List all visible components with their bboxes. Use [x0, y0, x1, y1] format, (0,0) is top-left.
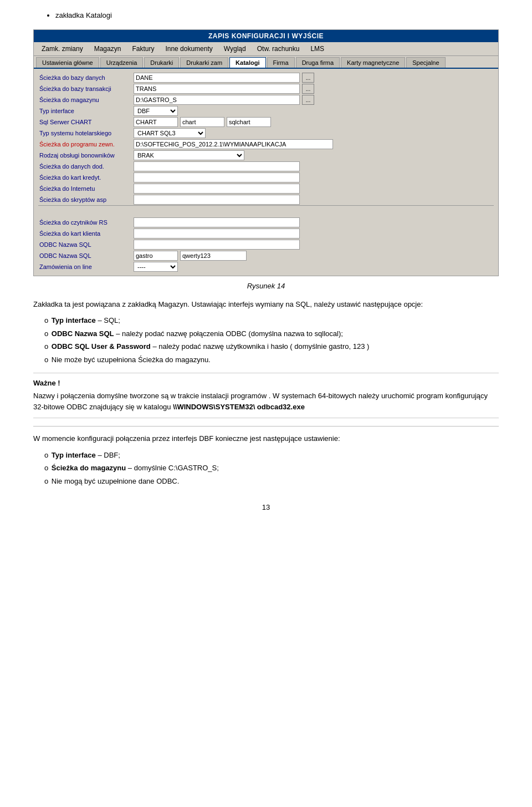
item-prefix-1: Typ interface	[52, 316, 96, 324]
tab-katalogi[interactable]: Katalogi	[229, 57, 265, 68]
tab-urzadzenia[interactable]: Urządzenia	[100, 57, 144, 68]
input-sciezka-danych[interactable]	[134, 161, 300, 171]
screenshot: ZAPIS KONFIGURACJI I WYJŚCIE Zamk. zmian…	[33, 29, 499, 276]
table-row: Ścieżka do danych dod.	[38, 161, 494, 172]
input-sciezka-skryptow[interactable]	[134, 195, 300, 205]
input-chart2[interactable]	[180, 117, 224, 127]
tab-ustawienia-glowne[interactable]: Ustawienia główne	[36, 57, 99, 68]
input-chart1[interactable]	[134, 117, 178, 127]
input-sciezka-bazy[interactable]	[134, 73, 300, 83]
label-sciezka-kart-klienta: Ścieżka do kart klienta	[38, 228, 132, 239]
input-odbc-user[interactable]	[134, 251, 178, 261]
table-row: Ścieżka do bazy transakcji ...	[38, 83, 494, 94]
btn-sciezka-bazy[interactable]: ...	[302, 73, 314, 83]
select-rodzaj-obslugi[interactable]: BRAK	[134, 150, 244, 160]
input-sciezka-czytnikow[interactable]	[134, 217, 300, 227]
label-sciezka-danych: Ścieżka do danych dod.	[38, 161, 132, 172]
input-sciezka-kart[interactable]	[134, 172, 300, 182]
input-cell-typ-systemu: CHART SQL3	[132, 128, 494, 139]
label-sql-serwer-chart: Sql Serwer CHART	[38, 116, 132, 128]
label-sciezka-internetu: Ścieżka do Internetu	[38, 183, 132, 194]
input-cell-zamowienia: ----	[132, 261, 494, 272]
table-row: Ścieżka do programu zewn.	[38, 139, 494, 150]
bullet-item: zakładka Katalogi	[55, 11, 499, 19]
tab-bar: Ustawienia główne Urządzenia Drukarki Dr…	[34, 56, 498, 69]
label-sciezka-transakcji: Ścieżka do bazy transakcji	[38, 83, 132, 94]
table-row: Ścieżka do czytników RS	[38, 217, 494, 228]
input-cell-sciezka-kart	[132, 172, 494, 183]
tab-drukarki-zam[interactable]: Drukarki zam	[180, 57, 228, 68]
menu-bar: Zamk. zmiany Magazyn Faktury Inne dokume…	[34, 42, 498, 56]
sql-settings-list: Typ interface – SQL; ODBC Nazwa SQL – na…	[33, 315, 499, 365]
important-text1: Nazwy i połączenia domyślne tworzone są …	[33, 392, 270, 400]
tab-karty-magnetyczne[interactable]: Karty magnetyczne	[341, 57, 405, 68]
input-cell-odbc-sql2	[132, 250, 494, 261]
label-sciezka-magazynu: Ścieżka do magazynu	[38, 94, 132, 105]
label-rodzaj-obslugi: Rodzaj obsługi bonowników	[38, 150, 132, 161]
figure-caption: Rysunek 14	[33, 282, 499, 290]
dbf-settings-list: Typ interface – DBF; Ścieżka do magazynu…	[33, 450, 499, 487]
table-row: ODBC Nazwa SQL	[38, 250, 494, 261]
table-row: Ścieżka do Internetu	[38, 183, 494, 194]
menu-zamk-zmiany[interactable]: Zamk. zmiany	[36, 43, 89, 54]
btn-sciezka-magazynu[interactable]: ...	[302, 95, 314, 105]
input-cell-sciezka-skryptow	[132, 194, 494, 206]
table-row: ODBC Nazwa SQL	[38, 239, 494, 250]
input-sciezka-kart-klienta[interactable]	[134, 229, 300, 238]
input-sciezka-transakcji[interactable]	[134, 84, 300, 94]
label-zamowienia-online: Zamówienia on line	[38, 261, 132, 272]
input-cell-transakcji: ...	[132, 83, 494, 94]
item-prefix-2: ODBC Nazwa SQL	[52, 329, 114, 338]
top-bullet-section: zakładka Katalogi	[44, 11, 499, 19]
label-odbc-nazwa-sql1: ODBC Nazwa SQL	[38, 239, 132, 250]
input-odbc-sql1[interactable]	[134, 240, 300, 250]
list-item-odbc-nazwa: ODBC Nazwa SQL – należy podać nazwę połą…	[44, 328, 499, 339]
label-sciezka-czytnikow: Ścieżka do czytników RS	[38, 217, 132, 228]
menu-faktury[interactable]: Faktury	[126, 43, 160, 54]
list-item-sciezka-mag: Nie może być uzupełniona Ścieżka do maga…	[44, 354, 499, 366]
input-sciezka-internetu[interactable]	[134, 184, 300, 194]
btn-sciezka-transakcji[interactable]: ...	[302, 84, 314, 94]
list-item-dbf-odbc: Nie mogą być uzupełnione dane ODBC.	[44, 476, 499, 487]
menu-wyglad[interactable]: Wygląd	[218, 43, 252, 54]
input-sciezka-magazynu[interactable]	[134, 95, 300, 105]
input-cell-sciezka-czytnikow	[132, 217, 494, 228]
input-chart3[interactable]	[227, 117, 271, 127]
dbf-intro: W momencie konfiguracji połączenia przez…	[33, 433, 499, 444]
list-item-typ-interface: Typ interface – SQL;	[44, 315, 499, 326]
select-zamowienia[interactable]: ----	[134, 262, 178, 272]
important-section: Ważne ! Nazwy i połączenia domyślne twor…	[33, 373, 499, 418]
menu-otw-rachunku[interactable]: Otw. rachunku	[252, 43, 305, 54]
input-odbc-pass[interactable]	[180, 251, 247, 261]
input-cell-sciezka-danych	[132, 161, 494, 172]
figure-note: Zakładka ta jest powiązana z zakładką Ma…	[33, 300, 190, 308]
label-typ-interface: Typ interface	[38, 105, 132, 116]
menu-lms[interactable]: LMS	[305, 43, 330, 54]
label-sciezka-skryptow: Ścieżka do skryptów asp	[38, 194, 132, 206]
input-cell-rodzaj-obslugi: BRAK	[132, 150, 494, 161]
menu-magazyn[interactable]: Magazyn	[89, 43, 127, 54]
important-text: Nazwy i połączenia domyślne tworzone są …	[33, 390, 499, 412]
dbf-item-prefix-1: Typ interface	[52, 451, 96, 459]
input-cell-sciezka-bazy: ...	[132, 72, 494, 83]
menu-inne-dokumenty[interactable]: Inne dokumenty	[160, 43, 218, 54]
tab-druga-firma[interactable]: Druga firma	[296, 57, 340, 68]
section-divider	[33, 426, 499, 427]
important-label: Ważne !	[33, 379, 499, 387]
input-sciezka-programu[interactable]	[134, 139, 333, 149]
table-row: Ścieżka do bazy danych ...	[38, 72, 494, 83]
tab-drukarki[interactable]: Drukarki	[144, 57, 179, 68]
select-typ-systemu[interactable]: CHART SQL3	[134, 128, 206, 138]
input-cell-sciezka-kart-klienta	[132, 228, 494, 239]
tab-firma[interactable]: Firma	[267, 57, 295, 68]
select-typ-interface[interactable]: DBF SQL	[134, 106, 178, 116]
item-prefix-3: ODBC SQL User & Password	[52, 342, 151, 351]
tab-specjalne[interactable]: Specjalne	[406, 57, 445, 68]
important-path: \\WINDOWS\SYSTEM32\ odbcad32.exe	[173, 403, 305, 411]
label-sciezka-programu: Ścieżka do programu zewn.	[38, 139, 132, 150]
table-row: Typ systemu hotelarskiego CHART SQL3	[38, 128, 494, 139]
table-row: Ścieżka do skryptów asp	[38, 194, 494, 206]
input-cell-sciezka-internetu	[132, 183, 494, 194]
label-typ-systemu: Typ systemu hotelarskiego	[38, 128, 132, 139]
table-row: Sql Serwer CHART	[38, 116, 494, 128]
